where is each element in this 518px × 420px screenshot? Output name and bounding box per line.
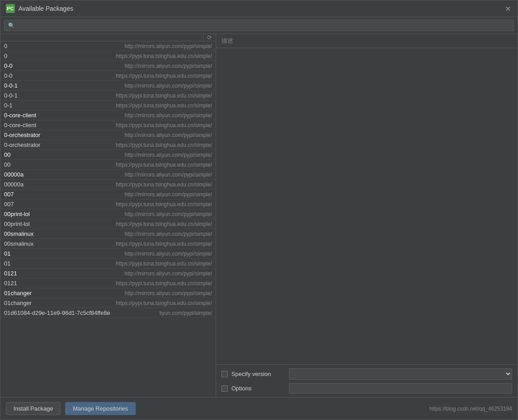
package-name: 0-orchestrator [4,132,124,138]
package-source: http://mirrors.aliyun.com/pypi/simple/ [124,270,212,277]
package-name: 01 [4,250,124,257]
package-name: 01changer [4,300,116,306]
package-source: https://pypi.tuna.tsinghua.edu.cn/simple… [116,181,212,188]
options-checkbox[interactable] [221,385,228,392]
footer-url: https://blog.csdn.net/qq_46253184 [429,406,512,412]
specify-version-label: Specify version [231,371,285,377]
package-name: 01d61084-d29e-11e9-96d1-7c5cf84ffe8e [4,309,159,316]
package-row[interactable]: 01https://pypi.tuna.tsinghua.edu.cn/simp… [0,259,216,269]
footer: Install Package Manage Repositories http… [0,397,518,420]
package-source: http://mirrors.aliyun.com/pypi/simple/ [124,211,212,217]
package-source: http://mirrors.aliyun.com/pypi/simple/ [124,63,212,69]
package-source: http://mirrors.aliyun.com/pypi/simple/ [124,112,212,119]
search-input[interactable] [18,22,510,29]
package-source: http://mirrors.aliyun.com/pypi/simple/ [124,172,212,178]
app-icon: PC [6,4,15,13]
package-name: 00000a [4,181,116,188]
package-row[interactable]: 007https://pypi.tuna.tsinghua.edu.cn/sim… [0,199,216,209]
header-name [0,34,203,41]
options-label: Options [231,385,285,392]
package-row[interactable]: 01changerhttps://pypi.tuna.tsinghua.edu.… [0,298,216,308]
specify-version-checkbox[interactable] [221,371,228,377]
title-bar: PC Available Packages ✕ [0,0,518,17]
package-name: 0-core-client [4,122,116,128]
package-source: https://pypi.tuna.tsinghua.edu.cn/simple… [116,300,212,306]
package-source: http://mirrors.aliyun.com/pypi/simple/ [124,290,212,296]
description-header: 描述 [216,34,518,48]
package-name: 00print-lol [4,211,124,217]
package-row[interactable]: 00000ahttps://pypi.tuna.tsinghua.edu.cn/… [0,180,216,190]
search-bar: 🔍 [0,17,518,34]
package-source: https://pypi.tuna.tsinghua.edu.cn/simple… [116,73,212,79]
package-name: 0-orchestrator [4,141,116,148]
package-name: 0-1 [4,102,116,109]
package-row[interactable]: 0https://pypi.tuna.tsinghua.edu.cn/simpl… [0,51,216,61]
close-button[interactable]: ✕ [503,4,512,13]
install-package-button[interactable]: Install Package [6,402,61,415]
package-name: 00 [4,151,124,158]
package-name: 0 [4,53,116,59]
specify-version-row: Specify version [221,368,512,380]
package-row[interactable]: 0-orchestratorhttps://pypi.tuna.tsinghua… [0,140,216,150]
package-row[interactable]: 00https://pypi.tuna.tsinghua.edu.cn/simp… [0,160,216,170]
package-row[interactable]: 00http://mirrors.aliyun.com/pypi/simple/ [0,150,216,160]
package-row[interactable]: 00print-lolhttp://mirrors.aliyun.com/pyp… [0,209,216,219]
available-packages-dialog: PC Available Packages ✕ 🔍 ⟳ 0http://mirr… [0,0,518,420]
dialog-title: Available Packages [18,5,73,12]
package-source: https://pypi.tuna.tsinghua.edu.cn/simple… [116,93,212,99]
package-name: 007 [4,201,116,208]
package-row[interactable]: 0-core-clienthttp://mirrors.aliyun.com/p… [0,111,216,120]
package-row[interactable]: 0-1https://pypi.tuna.tsinghua.edu.cn/sim… [0,101,216,111]
package-source: https://pypi.tuna.tsinghua.edu.cn/simple… [116,261,212,267]
package-name: 0-0-1 [4,82,124,89]
package-row[interactable]: 00000ahttp://mirrors.aliyun.com/pypi/sim… [0,170,216,180]
package-row[interactable]: 0-core-clienthttps://pypi.tuna.tsinghua.… [0,120,216,130]
package-source: https://pypi.tuna.tsinghua.edu.cn/simple… [116,162,212,168]
package-name: 007 [4,191,124,198]
package-name: 00smalinux [4,240,116,247]
package-row[interactable]: 0http://mirrors.aliyun.com/pypi/simple/ [0,41,216,51]
package-row[interactable]: 007http://mirrors.aliyun.com/pypi/simple… [0,190,216,199]
package-name: 00000a [4,171,124,178]
package-row[interactable]: 01d61084-d29e-11e9-96d1-7c5cf84ffe8eliyu… [0,308,216,318]
package-row[interactable]: 0-0-1https://pypi.tuna.tsinghua.edu.cn/s… [0,91,216,101]
package-source: https://pypi.tuna.tsinghua.edu.cn/simple… [116,122,212,128]
options-input[interactable] [289,383,512,393]
package-source: http://mirrors.aliyun.com/pypi/simple/ [124,231,212,237]
package-row[interactable]: 01http://mirrors.aliyun.com/pypi/simple/ [0,249,216,259]
package-row[interactable]: 00smalinuxhttps://pypi.tuna.tsinghua.edu… [0,239,216,249]
package-source: http://mirrors.aliyun.com/pypi/simple/ [124,132,212,138]
package-row[interactable]: 0-0https://pypi.tuna.tsinghua.edu.cn/sim… [0,71,216,81]
package-name: 0-0-1 [4,92,116,99]
options-area: Specify version Options [216,364,518,397]
version-select[interactable] [289,368,512,380]
package-row[interactable]: 01changerhttp://mirrors.aliyun.com/pypi/… [0,288,216,298]
package-name: 01 [4,260,116,267]
search-icon: 🔍 [8,22,15,29]
search-wrapper: 🔍 [4,20,514,31]
package-row[interactable]: 0-0-1http://mirrors.aliyun.com/pypi/simp… [0,81,216,91]
package-row[interactable]: 00smalinuxhttp://mirrors.aliyun.com/pypi… [0,229,216,239]
manage-repositories-button[interactable]: Manage Repositories [65,402,136,415]
package-row[interactable]: 0-orchestratorhttp://mirrors.aliyun.com/… [0,130,216,140]
package-source: https://pypi.tuna.tsinghua.edu.cn/simple… [116,53,212,59]
package-source: https://pypi.tuna.tsinghua.edu.cn/simple… [116,221,212,227]
refresh-button[interactable]: ⟳ [203,34,216,41]
description-content [216,48,518,364]
package-source: https://pypi.tuna.tsinghua.edu.cn/simple… [116,142,212,148]
package-name: 00 [4,161,116,168]
package-row[interactable]: 0-0http://mirrors.aliyun.com/pypi/simple… [0,61,216,71]
options-row: Options [221,383,512,393]
package-row[interactable]: 0121http://mirrors.aliyun.com/pypi/simpl… [0,269,216,279]
package-source: http://mirrors.aliyun.com/pypi/simple/ [124,83,212,89]
package-row[interactable]: 00print-lolhttps://pypi.tuna.tsinghua.ed… [0,219,216,229]
left-panel: ⟳ 0http://mirrors.aliyun.com/pypi/simple… [0,34,216,397]
package-row[interactable]: 0121https://pypi.tuna.tsinghua.edu.cn/si… [0,279,216,288]
package-source: https://pypi.tuna.tsinghua.edu.cn/simple… [116,241,212,247]
package-source: http://mirrors.aliyun.com/pypi/simple/ [124,152,212,158]
package-name: 0 [4,43,124,49]
package-source: https://pypi.tuna.tsinghua.edu.cn/simple… [116,102,212,109]
package-list: 0http://mirrors.aliyun.com/pypi/simple/0… [0,41,216,397]
package-source: https://pypi.tuna.tsinghua.edu.cn/simple… [116,280,212,287]
package-name: 01changer [4,290,124,296]
